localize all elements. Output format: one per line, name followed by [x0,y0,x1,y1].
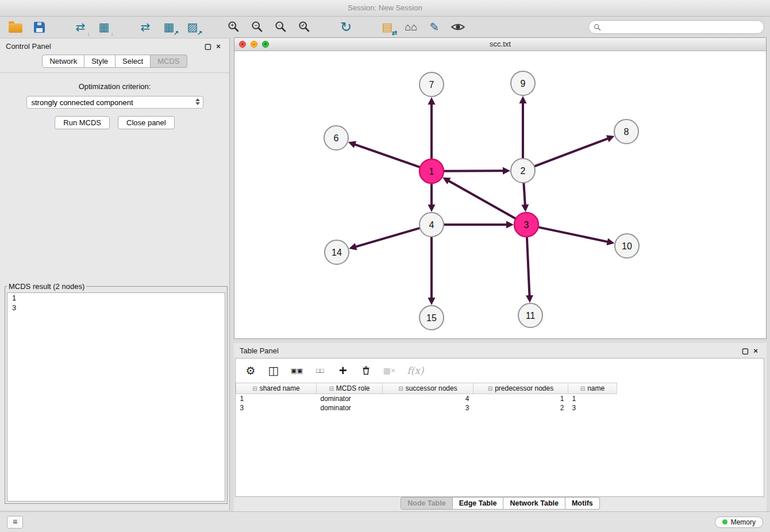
table-cell: 3 [568,403,617,413]
search-icon [594,24,601,31]
node-10[interactable]: 10 [615,234,639,258]
float-panel-icon[interactable]: ▢ [203,42,213,51]
column-header-predecessor-nodes[interactable]: ⊟predecessor nodes [473,383,568,394]
close-panel-button[interactable]: Close panel [118,116,175,129]
run-mcds-button[interactable]: Run MCDS [55,116,110,129]
open-session-icon[interactable] [8,18,23,36]
status-menu-icon[interactable]: ≡ [7,516,23,529]
close-panel-icon[interactable]: × [213,42,224,51]
close-table-panel-icon[interactable]: × [750,346,761,355]
zoom-fit-icon[interactable]: ▫ [274,18,288,36]
svg-text:9: 9 [521,79,526,88]
import-table-icon[interactable]: ▦↓ [97,18,111,36]
tab-select[interactable]: Select [116,55,151,68]
tab-style[interactable]: Style [84,55,116,68]
zoom-out-icon[interactable]: − [250,18,265,36]
column-type-icon: ⊟ [398,385,403,392]
edge-2-9[interactable] [519,96,527,159]
edge-2-8[interactable] [534,135,615,166]
node-1[interactable]: 1 [419,159,444,183]
delete-table-icon: ▦× [383,364,395,377]
export-image-icon[interactable]: ▨↗ [185,18,200,36]
node-8[interactable]: 8 [614,119,638,144]
search-input[interactable] [605,22,759,32]
search-field[interactable] [588,20,764,34]
home-icon[interactable]: ⌂⌂ [403,18,418,36]
status-bar: ≡ Memory [0,511,770,532]
clone-network-icon[interactable]: ▤⇄ [380,18,395,36]
deselect-all-rows-icon[interactable]: □□ [314,364,326,377]
table-panel: Table Panel ▢ × ⚙◫▣▣□□+▦×f(x) ⊟shared na… [234,343,767,511]
tab-edge-table[interactable]: Edge Table [453,497,504,510]
zoom-window-icon[interactable]: + [262,41,269,48]
table-cell: 1 [473,394,568,404]
close-window-icon[interactable]: × [239,41,246,48]
select-all-rows-icon[interactable]: ▣▣ [291,364,303,377]
edge-3-10[interactable] [538,227,615,245]
table-settings-icon[interactable]: ⚙ [245,364,256,377]
edge-4-3[interactable] [444,221,514,229]
style-brush-icon[interactable]: ✎ [427,18,442,36]
mcds-result-list[interactable]: 13 [7,292,225,502]
mcds-result-fieldset: MCDS result (2 nodes) 13 [5,282,228,504]
node-15[interactable]: 15 [419,306,444,330]
column-header-name[interactable]: ⊟name [568,383,617,394]
show-graphics-details-icon[interactable] [451,18,465,36]
tab-network-table[interactable]: Network Table [503,497,565,510]
edge-1-4[interactable] [428,183,436,212]
float-table-panel-icon[interactable]: ▢ [740,346,750,355]
network-canvas[interactable]: 7968124310141511 [234,51,766,338]
table-cell: dominator [317,394,383,404]
column-type-icon: ⊟ [488,385,492,392]
tab-network[interactable]: Network [42,55,84,68]
save-session-icon[interactable] [32,18,47,36]
edge-1-6[interactable] [348,141,420,167]
control-panel: Control Panel ▢ × NetworkStyleSelectMCDS… [0,38,230,510]
new-network-from-selection-icon[interactable]: ⇄ [138,18,153,36]
table-row[interactable]: 3dominator323 [236,403,617,413]
zoom-in-icon[interactable]: + [226,18,241,36]
memory-button[interactable]: Memory [715,516,763,528]
edge-4-15[interactable] [428,237,436,305]
network-window-titlebar[interactable]: ×−+ scc.txt [234,38,766,51]
column-header-successor-nodes[interactable]: ⊟successor nodes [383,383,473,394]
node-11[interactable]: 11 [518,303,542,327]
node-3[interactable]: 3 [514,213,538,237]
table-cell: 2 [473,403,568,413]
node-14[interactable]: 14 [325,240,349,264]
zoom-selected-icon[interactable]: ✓ [297,18,312,36]
network-window: ×−+ scc.txt 7968124310141511 [234,37,767,339]
table-panel-title: Table Panel [240,346,279,355]
node-6[interactable]: 6 [324,126,348,150]
svg-text:6: 6 [334,133,339,143]
import-network-icon[interactable]: ⇄↓ [73,18,88,36]
dropdown-selected-value: strongly connected component [32,98,133,107]
edge-3-11[interactable] [526,237,533,303]
show-columns-icon[interactable]: ◫ [268,364,279,377]
column-header-shared-name[interactable]: ⊟shared name [236,383,317,394]
export-table-icon[interactable]: ▦↗ [161,18,176,36]
main-toolbar: ⇄↓▦↓⇄▦↗▨↗+−▫✓↻▤⇄⌂⌂✎ [0,17,770,37]
table-panel-header: Table Panel ▢ × [234,343,767,358]
table-row[interactable]: 1dominator411 [236,394,617,404]
tab-motifs[interactable]: Motifs [565,497,600,510]
edge-2-3[interactable] [521,183,529,212]
delete-column-icon[interactable] [360,364,372,377]
column-header-mcds-role[interactable]: ⊟MCDS role [317,383,383,394]
tab-node-table[interactable]: Node Table [401,497,452,510]
titlebar: Session: New Session [0,0,770,17]
optimization-criterion-dropdown[interactable]: strongly connected component [26,96,203,109]
edge-1-7[interactable] [428,97,436,159]
node-7[interactable]: 7 [419,72,444,97]
node-9[interactable]: 9 [511,71,535,95]
svg-text:4: 4 [429,220,434,230]
edge-1-2[interactable] [444,167,510,175]
node-2[interactable]: 2 [511,159,535,183]
edge-3-1[interactable] [442,178,516,219]
node-4[interactable]: 4 [419,213,444,237]
refresh-view-icon[interactable]: ↻ [338,18,353,36]
tab-mcds[interactable]: MCDS [151,55,187,68]
edge-4-14[interactable] [349,228,420,250]
add-column-icon[interactable]: + [337,364,349,377]
minimize-window-icon[interactable]: − [251,41,257,48]
